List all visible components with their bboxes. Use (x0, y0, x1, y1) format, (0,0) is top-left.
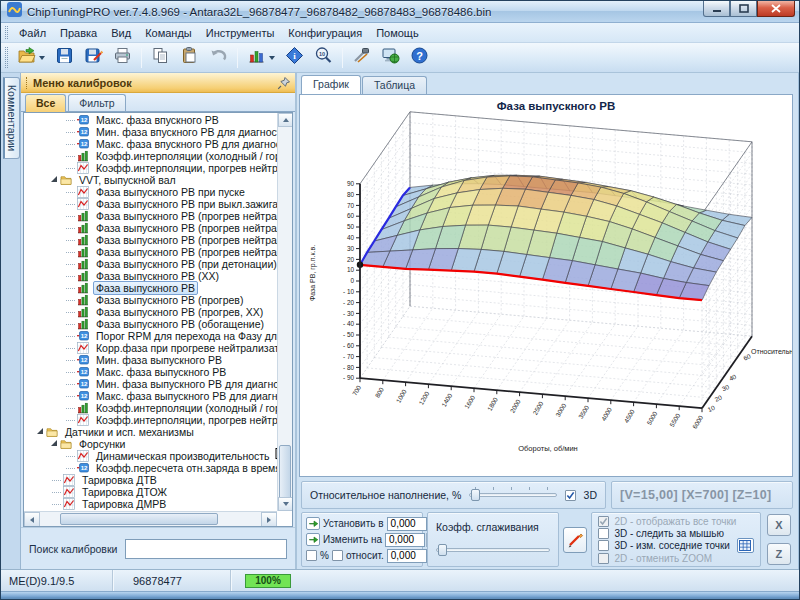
save-button[interactable] (51, 43, 78, 72)
menu-item-5[interactable]: Конфигурация (281, 25, 369, 41)
value-12-icon: 12 (77, 138, 89, 150)
dropdown-caret-icon[interactable] (269, 56, 275, 60)
svg-text:40: 40 (728, 373, 738, 383)
svg-text:- 50: - 50 (343, 331, 354, 338)
vertical-scroll-thumb[interactable] (279, 445, 291, 501)
relative-checkbox[interactable] (332, 550, 343, 561)
tree-connector (66, 384, 75, 385)
tree-horizontal-scrollbar[interactable] (24, 511, 277, 526)
menu-item-6[interactable]: Помощь (369, 25, 426, 41)
scroll-right-button[interactable] (261, 512, 277, 527)
minimize-button[interactable] (703, 1, 730, 17)
tree-expander-icon[interactable] (37, 428, 43, 434)
draw-edit-button[interactable] (563, 527, 587, 553)
tree-item-label[interactable]: Тарировка ДМРВ (79, 497, 169, 511)
horizontal-scroll-thumb[interactable] (60, 513, 218, 525)
set-value-field[interactable]: 0,000 (387, 517, 427, 531)
change-value-field[interactable]: 0,000 (385, 533, 425, 547)
info-diamond-button[interactable]: i (281, 43, 308, 72)
tree-connector (66, 468, 75, 469)
3d-checkbox[interactable] (565, 490, 576, 501)
chart-area[interactable]: - 90- 80- 70- 60- 50- 40- 30- 20- 100102… (299, 94, 793, 477)
svg-text:2000: 2000 (509, 398, 522, 414)
folder-icon (46, 426, 58, 438)
slider-track[interactable] (469, 493, 556, 497)
chart-button[interactable] (243, 43, 279, 72)
toolbar-grip (5, 47, 8, 67)
print-button[interactable] (109, 43, 136, 72)
undo-button[interactable] (205, 43, 232, 72)
scroll-down-button[interactable] (278, 497, 293, 511)
dropdown-caret-icon[interactable] (39, 56, 45, 60)
option-label: 3D - следить за мышью (614, 528, 724, 539)
slider-thumb[interactable] (471, 489, 480, 501)
view-tab-1[interactable]: Таблица (362, 76, 427, 94)
close-button[interactable] (757, 1, 795, 17)
open-file-button[interactable] (13, 43, 49, 72)
tools-button[interactable] (348, 43, 375, 72)
filter-tab-1[interactable]: Фильтр (68, 94, 125, 111)
option-checkbox-1[interactable] (598, 528, 609, 539)
svg-text:1000: 1000 (395, 388, 408, 404)
relative-value-field[interactable]: 0,000 (387, 549, 427, 563)
filter-tab-0[interactable]: Все (25, 94, 66, 112)
tree-vertical-scrollbar[interactable] (277, 113, 292, 511)
z-axis-button[interactable]: Z (767, 543, 791, 565)
scroll-up-button[interactable] (278, 113, 293, 127)
maximize-button[interactable] (730, 1, 757, 17)
menu-item-2[interactable]: Вид (104, 25, 138, 41)
copy-button[interactable] (147, 43, 174, 72)
svg-text:1200: 1200 (417, 390, 430, 406)
svg-text:12: 12 (81, 369, 88, 375)
title-bar[interactable]: ChipTuningPRO ver.7.4.8.969 - Antara32L_… (1, 1, 800, 23)
map-chart-icon (77, 234, 89, 246)
curve-chart-icon (77, 198, 89, 210)
svg-text:3500: 3500 (577, 404, 590, 420)
panel-tab-bar: ВсеФильтр (21, 93, 295, 112)
tree-item[interactable]: Датчики и исп. механизмы (24, 426, 277, 438)
svg-text:Относительное наполнение: Относительное наполнение (751, 348, 792, 355)
tree-expander-icon[interactable] (51, 440, 57, 446)
help-button[interactable]: ? (406, 43, 433, 72)
pin-icon[interactable] (277, 76, 291, 90)
menu-item-0[interactable]: Файл (12, 25, 53, 41)
tree-expander-icon[interactable] (51, 176, 57, 182)
option-checkbox-3[interactable] (598, 553, 609, 564)
tree-item[interactable]: Тарировка ДМРВ (24, 498, 277, 510)
svg-text:?: ? (416, 50, 423, 62)
copy-icon (151, 46, 170, 69)
search-input[interactable] (125, 539, 287, 559)
save-edit-button[interactable] (80, 43, 107, 72)
folder-icon (60, 174, 72, 186)
tree-connector (66, 216, 75, 217)
option-checkbox-2[interactable] (598, 540, 609, 551)
svg-text:700: 700 (351, 384, 363, 397)
grid-table-button[interactable] (737, 538, 754, 553)
zoom-10-button[interactable]: 10 (310, 43, 337, 72)
paste-button[interactable] (176, 43, 203, 72)
fill-slider[interactable] (469, 488, 556, 502)
value-12-icon: 12 (77, 114, 89, 126)
apply-set-button[interactable] (306, 517, 320, 530)
percent-checkbox[interactable] (306, 550, 317, 561)
network-button[interactable] (377, 43, 404, 72)
view-tab-0[interactable]: График (301, 75, 361, 94)
slider-thumb[interactable] (438, 544, 447, 556)
comments-tab[interactable]: Комментарии (3, 77, 20, 159)
search-row: Поиск калибровки (21, 527, 295, 569)
x-axis-button[interactable]: X (767, 514, 791, 536)
menu-item-1[interactable]: Правка (53, 25, 104, 41)
tree-connector (66, 276, 75, 277)
tree-connector (66, 144, 75, 145)
scroll-left-button[interactable] (24, 512, 40, 527)
menu-item-3[interactable]: Команды (138, 25, 199, 41)
apply-change-button[interactable] (306, 533, 320, 546)
calibration-tree[interactable]: 12Макс. фаза впускного РВ12Мин. фаза впу… (24, 114, 277, 511)
surface-3d-chart: - 90- 80- 70- 60- 50- 40- 30- 20- 100102… (300, 95, 792, 474)
smoothing-slider[interactable] (436, 543, 550, 557)
slider-track[interactable] (436, 548, 550, 552)
menu-item-4[interactable]: Инструменты (199, 25, 282, 41)
tree-connector (52, 492, 61, 493)
option-checkbox-0[interactable] (598, 516, 609, 527)
window-controls (703, 1, 795, 17)
